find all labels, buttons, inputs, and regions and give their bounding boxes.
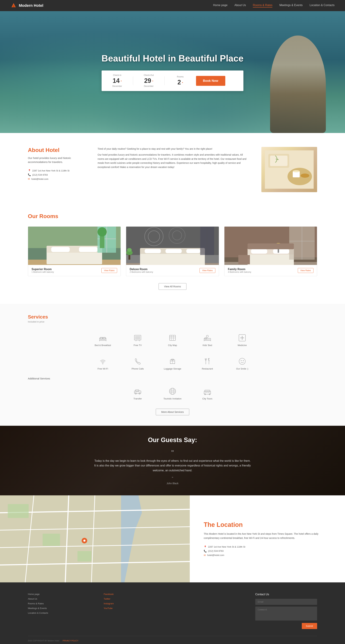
view-rates-superior[interactable]: View Rates <box>101 268 117 273</box>
nav-meetings[interactable]: Meetings & Events <box>279 4 302 8</box>
transfer-icon <box>133 387 142 396</box>
nav-homepage[interactable]: Home page <box>213 4 228 8</box>
hero-title: Beautiful Hotel in Beautiful Place <box>102 53 244 64</box>
family-room-img <box>224 226 317 265</box>
svg-rect-66 <box>135 336 140 340</box>
service-medicine: Medicine <box>225 330 260 350</box>
rooms-dot: ● <box>182 82 183 83</box>
svg-rect-50 <box>251 249 267 254</box>
city-map-icon <box>168 334 177 342</box>
svg-rect-121 <box>43 534 60 546</box>
checkout-dot: ● <box>152 80 153 82</box>
checkin-dot: ● <box>121 80 122 82</box>
service-touristic: Touristic Invitation <box>155 384 190 404</box>
svg-rect-57 <box>238 255 250 264</box>
footer-spacer <box>179 593 241 629</box>
footer-youtube[interactable]: YouTube <box>104 607 166 610</box>
booking-divider-1 <box>133 76 133 85</box>
testimonials-content: Our Guests Say: " Today is the day we be… <box>94 436 251 485</box>
services-section: Services Included in price Bed & Breakfa… <box>0 304 345 426</box>
family-room-desc: 3 Bedrooms with balcony <box>228 271 251 273</box>
view-rates-family[interactable]: View Rates <box>298 268 313 273</box>
navbar-logo: Modern Hotel <box>11 2 43 9</box>
medicine-icon <box>238 334 246 342</box>
footer-nav-rooms[interactable]: Rooms & Rates <box>28 602 90 605</box>
about-section: About Hotel Our hotel provides luxury an… <box>0 133 345 206</box>
svg-rect-69 <box>170 335 175 340</box>
checkin-label: Check-In <box>107 74 128 76</box>
footer-facebook[interactable]: Facebook <box>104 593 166 596</box>
location-phone: 📞 (212) 534-9783 <box>204 550 331 552</box>
room-img-deluxe <box>126 226 219 265</box>
footer-nav-home[interactable]: Home page <box>28 593 90 596</box>
svg-rect-21 <box>51 247 70 252</box>
restaurant-icon <box>203 357 212 366</box>
footer-email-input[interactable] <box>255 599 317 605</box>
footer-submit-button[interactable]: Submit <box>302 623 317 629</box>
view-rates-deluxe[interactable]: View Rates <box>199 268 215 273</box>
location-description: This Modern Hotel is located in the Ave … <box>204 532 331 540</box>
email-icon: ✉ <box>28 178 30 180</box>
about-contacts: 📍 2287 1st Ave New York St & 118th St 📞 … <box>28 169 84 180</box>
breakfast-illustration <box>265 150 314 189</box>
smile-label: Our Smile :) <box>236 368 248 370</box>
wifi-icon <box>99 357 107 366</box>
service-bed-breakfast: Bed & Breakfast <box>85 330 120 350</box>
medicine-label: Medicine <box>238 344 247 346</box>
footer-copyright: 2015 COPYRIGHT BY Modern Hotel <box>28 640 59 642</box>
service-restaurant: Restaurant <box>190 354 225 374</box>
room-details-family: Family Room 3 Bedrooms with balcony <box>228 268 251 273</box>
view-all-rooms-button[interactable]: View All Rooms <box>159 283 186 290</box>
svg-rect-4 <box>270 156 287 166</box>
about-left: About Hotel Our hotel provides luxury an… <box>28 147 84 180</box>
service-wifi: Free Wi-Fi <box>85 354 120 374</box>
footer-nav-location[interactable]: Location & Contacts <box>28 612 90 614</box>
more-about-services-button[interactable]: More About Services <box>156 409 189 415</box>
svg-point-8 <box>300 174 309 178</box>
deluxe-room-desc: 2 Bedrooms with balcony <box>130 271 153 273</box>
footer-twitter[interactable]: Twitter <box>104 598 166 600</box>
room-img-superior <box>28 226 121 265</box>
footer-privacy-link[interactable]: PRIVACY POLICY <box>63 640 78 642</box>
nav-rooms[interactable]: Rooms & Rates <box>253 4 272 8</box>
footer-nav-links: Home page About Us Rooms & Rates Meeting… <box>28 593 90 614</box>
services-included-grid: Bed & Breakfast Free TV <box>28 330 317 350</box>
footer-nav-about[interactable]: About Us <box>28 598 90 600</box>
loc-phone-icon: 📞 <box>204 550 207 552</box>
svg-rect-22 <box>79 247 97 252</box>
hero-section: Beautiful Hotel in Beautiful Place Check… <box>0 11 345 133</box>
rooms-label: Rooms <box>170 76 191 78</box>
svg-rect-60 <box>100 339 106 340</box>
kids-bed-icon <box>203 334 212 342</box>
svg-rect-33 <box>145 249 161 253</box>
book-now-button[interactable]: Book Now <box>196 76 225 86</box>
services-subtitle: Included in price <box>28 320 317 323</box>
luggage-label: Luggage Storage <box>164 368 181 370</box>
svg-point-27 <box>97 227 107 236</box>
smile-icon <box>238 357 246 366</box>
about-phone-text: (212) 534-9783 <box>32 174 48 176</box>
about-email: ✉ hotel@hotel.com <box>28 178 84 180</box>
svg-point-7 <box>293 170 300 172</box>
svg-point-96 <box>243 360 244 361</box>
footer-instagram[interactable]: Instagram <box>104 602 166 605</box>
svg-point-87 <box>170 363 171 364</box>
loc-email-icon: ✉ <box>204 554 206 556</box>
svg-rect-122 <box>78 551 92 562</box>
footer-nav-meetings[interactable]: Meetings & Events <box>28 607 90 610</box>
about-email-text: hotel@hotel.com <box>31 178 49 180</box>
service-city-map: City Map <box>155 330 190 350</box>
svg-rect-120 <box>8 504 29 518</box>
location-email: ✉ hotel@hotel.com <box>204 554 331 556</box>
restaurant-label: Restaurant <box>202 368 213 370</box>
navbar: Modern Hotel Home page About Us Rooms & … <box>0 0 345 11</box>
nav-about[interactable]: About Us <box>234 4 246 8</box>
footer-comment-textarea[interactable] <box>255 606 317 620</box>
checkout-sub: December <box>144 85 154 88</box>
nav-location[interactable]: Location & Contacts <box>310 4 334 8</box>
svg-point-94 <box>239 358 245 364</box>
testimonial-quote: Today is the day we begin to learn to lo… <box>94 458 251 473</box>
checkout-field: Check-Out 29 ● December <box>138 74 159 88</box>
room-img-family <box>224 226 317 265</box>
location-info: The Location This Modern Hotel is locate… <box>190 495 345 582</box>
